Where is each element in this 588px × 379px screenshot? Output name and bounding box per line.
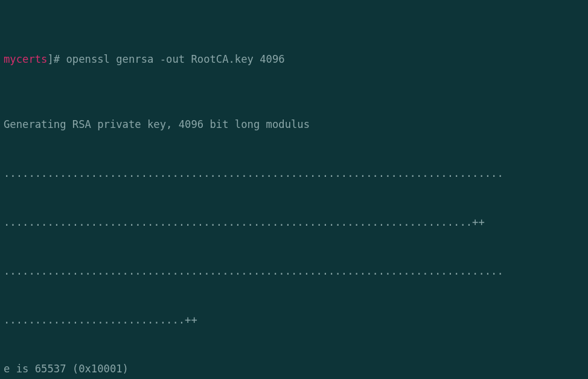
output-line: ........................................… xyxy=(4,263,584,279)
output-line: ........................................… xyxy=(4,214,584,231)
output-line: .............................++ xyxy=(4,312,584,328)
command-1: openssl genrsa -out RootCA.key 4096 xyxy=(66,53,284,65)
prompt-line-1: mycerts]# openssl genrsa -out RootCA.key… xyxy=(4,51,584,68)
output-line: ........................................… xyxy=(4,165,584,182)
output-line: e is 65537 (0x10001) xyxy=(4,361,584,377)
output-line: Generating RSA private key, 4096 bit lon… xyxy=(4,116,584,133)
terminal[interactable]: mycerts]# openssl genrsa -out RootCA.key… xyxy=(0,0,588,379)
prompt-dir: mycerts xyxy=(4,53,47,65)
prompt-sep: ]# xyxy=(47,53,66,65)
